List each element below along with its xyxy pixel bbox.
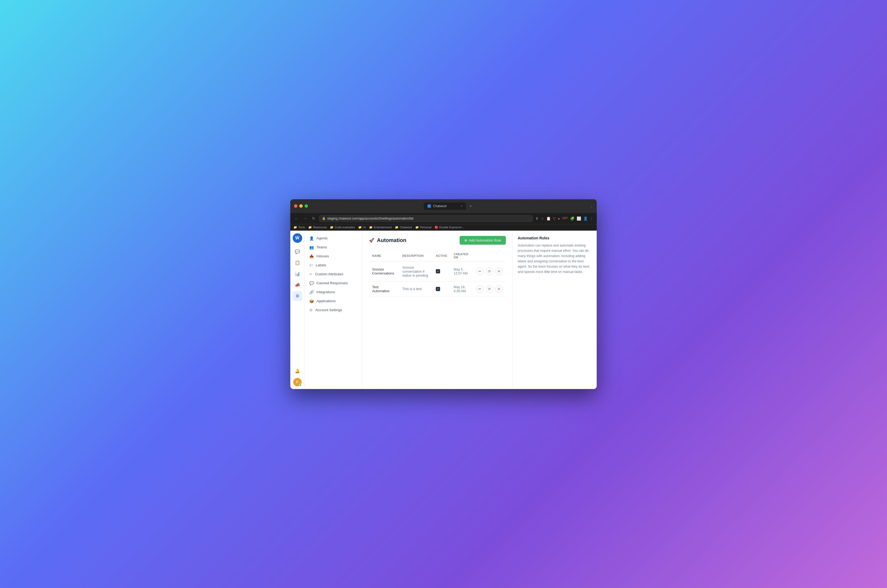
back-btn[interactable]: ← [293,215,299,222]
tab-close-btn[interactable]: × [460,204,462,208]
bookmark-personal[interactable]: 📁 Personal [415,226,431,229]
action-icons: ✏ ⟳ ✕ [476,268,503,275]
rule-active-cell: ✓ [433,261,450,281]
analytics-icon: 📊 [295,271,300,276]
extension-icon-2[interactable]: ▽ [553,216,556,220]
bookmark-folder-icon: 📁 [308,226,312,229]
rule-actions-cell: ✏ ⟳ ✕ [473,261,506,281]
sidebar-item-account-settings[interactable]: ⚙ Account Settings [305,306,362,315]
bell-icon: 🔔 [295,368,300,374]
traffic-lights [294,204,308,208]
custom-attributes-icon: ✏ [309,272,313,276]
split-view-icon[interactable]: ⬜ [577,216,581,220]
sidebar-item-agents[interactable]: 👤 Agents [305,234,362,243]
rule-desc-cell: Snooze conversation if status is pending [399,261,433,281]
bookmark-folder-icon: 📁 [369,226,373,229]
automation-table: NAME DESCRIPTION ACTIVE CREATED ON Snooz… [369,250,506,297]
browser-toolbar-icons: ⬆ ☆ 📋 ▽ ● ABP 🧩 ⬜ 👤 ⋮ [535,216,594,220]
forward-btn[interactable]: → [302,215,308,222]
nav-icon-settings[interactable]: ⚙ [293,291,302,301]
edit-rule-btn[interactable]: ✏ [476,268,484,275]
copy-rule-btn[interactable]: ⟳ [486,285,493,292]
extension-icon-3[interactable]: ● [558,216,560,220]
extension-icon-1[interactable]: 📋 [546,216,551,220]
sidebar-nav: 👤 Agents 👥 Teams 📥 Inboxes 🏷 Labels ✏ Cu… [305,231,363,389]
extension-icon-5[interactable]: 🧩 [570,216,574,220]
sidebar-item-inboxes[interactable]: 📥 Inboxes [305,252,362,261]
page-title: Automation [377,237,406,243]
teams-icon: 👥 [309,245,314,249]
account-settings-icon: ⚙ [309,308,313,312]
bookmark-icon[interactable]: ☆ [541,216,544,220]
col-created-on: CREATED ON [451,250,473,262]
maximize-window-btn[interactable] [305,204,308,208]
info-panel: Automation Rules Automation can replace … [512,231,597,389]
sidebar-item-canned-responses[interactable]: 💬 Canned Responses [305,279,362,288]
share-icon[interactable]: ⬆ [535,216,538,220]
reload-btn[interactable]: ↻ [311,215,316,222]
icon-nav-bottom: 🔔 F [293,366,302,386]
minimize-window-btn[interactable] [299,204,303,208]
delete-rule-btn[interactable]: ✕ [495,268,503,275]
bookmark-folder-icon: 📁 [330,226,334,229]
bookmark-folder-icon: 📁 [358,226,362,229]
info-panel-text: Automation can replace and automate exis… [518,243,591,274]
sidebar-item-teams[interactable]: 👥 Teams [305,243,362,252]
bookmark-code-examples[interactable]: 📁 Code examples [330,226,355,229]
inboxes-icon: 📥 [309,254,314,258]
campaigns-icon: 📣 [295,282,300,287]
app-container: W 💬 📋 📊 📣 ⚙ 🔔 F [290,231,597,389]
bookmark-folder-icon: 📁 [293,226,297,229]
bookmarks-bar: 📁 Tools 📁 Resources 📁 Code examples 📁 UI… [290,224,597,231]
bookmark-double-exposure[interactable]: 🔴 Double Exposure... [434,226,464,229]
user-avatar[interactable]: F [293,378,302,386]
nav-icon-analytics[interactable]: 📊 [293,269,302,279]
delete-rule-btn[interactable]: ✕ [495,285,503,292]
close-window-btn[interactable] [294,204,298,208]
sidebar-item-applications[interactable]: 📦 Applications [305,297,362,306]
app-logo[interactable]: W [293,233,302,243]
edit-rule-btn[interactable]: ✏ [476,285,484,292]
add-automation-rule-button[interactable]: ⊕ Add Automation Rule [460,236,506,244]
active-checkbox[interactable]: ✓ [436,269,440,273]
nav-icon-notifications[interactable]: 🔔 [293,366,302,376]
nav-icon-conversations[interactable]: 💬 [293,247,302,256]
icon-nav: W 💬 📋 📊 📣 ⚙ 🔔 F [290,231,305,389]
browser-tab[interactable]: C Chatwoot × [424,202,466,210]
bookmark-ui[interactable]: 📁 UI [358,226,366,229]
automation-title-icon: 🚀 [369,238,374,243]
col-actions [473,250,506,262]
new-tab-btn[interactable]: + [468,202,474,210]
active-checkbox[interactable]: ✓ [436,287,440,291]
bookmark-entertainment[interactable]: 📁 Entertainment [369,226,392,229]
bookmark-resources[interactable]: 📁 Resources [308,226,327,229]
content-area: 🚀 Automation ⊕ Add Automation Rule NAME … [363,231,512,389]
sidebar-item-custom-attributes[interactable]: ✏ Custom Attributes [305,270,362,279]
rule-active-cell: ✓ [433,281,450,297]
nav-icon-campaigns[interactable]: 📣 [293,280,302,290]
info-panel-title: Automation Rules [518,236,591,240]
labels-icon: 🏷 [309,263,313,267]
nav-icon-reports[interactable]: 📋 [293,258,302,268]
bookmark-page-icon: 🔴 [434,226,438,229]
titlebar: C Chatwoot × + ⌄ [290,199,597,213]
settings-icon: ⚙ [296,294,299,298]
address-bar[interactable]: 🔒 staging.chatwoot.com/app/accounts/3/se… [319,215,533,222]
profile-icon[interactable]: 👤 [583,216,588,220]
page-title-container: 🚀 Automation [369,237,406,243]
sidebar-item-integrations[interactable]: 🔗 Integrations [305,288,362,297]
sidebar-item-labels[interactable]: 🏷 Labels [305,261,362,270]
extension-icon-4[interactable]: ABP [562,216,568,220]
bookmark-chatwoot[interactable]: 📁 Chatwoot [395,226,412,229]
bookmark-tools[interactable]: 📁 Tools [293,226,305,229]
canned-responses-icon: 💬 [309,281,314,285]
url-text: staging.chatwoot.com/app/accounts/3/sett… [327,217,413,220]
page-header: 🚀 Automation ⊕ Add Automation Rule [369,236,506,244]
copy-rule-btn[interactable]: ⟳ [486,268,493,275]
menu-icon[interactable]: ⋮ [590,216,594,220]
tab-title: Chatwoot [433,204,447,208]
rule-actions-cell: ✏ ⟳ ✕ [473,281,506,297]
online-status-dot [299,384,302,386]
table-row: Test Automation This is a test ✓ May 19,… [369,281,506,297]
applications-icon: 📦 [309,299,314,303]
